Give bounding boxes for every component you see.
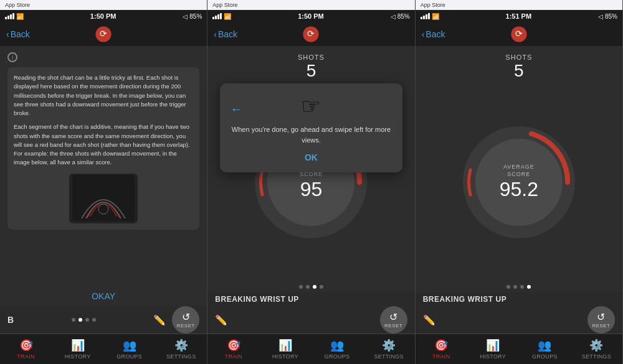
tab-train-2[interactable]: 🎯 TRAIN [207,334,259,364]
dot-3-2 [513,285,517,289]
dot-1-2 [78,318,82,322]
svg-text:⟳: ⟳ [100,29,107,39]
app-store-label-1: App Store [5,2,30,8]
time-3: 1:51 PM [506,12,532,20]
history-icon-2: 📊 [278,338,292,352]
svg-text:⟳: ⟳ [515,29,523,39]
groups-label-3: GROUPS [532,353,558,360]
tab-bar-3: 🎯 TRAIN 📊 HISTORY 👥 GROUPS ⚙️ SETTINGS [416,334,622,364]
tab-bar-1: 🎯 TRAIN 📊 HISTORY 👥 GROUPS ⚙️ SETTINGS [0,334,207,364]
groups-label-2: GROUPS [325,353,350,360]
groups-icon-1: 👥 [123,338,136,352]
back-chevron-2: ‹ [214,29,217,39]
dot-2-1 [299,285,303,289]
tab-settings-3[interactable]: ⚙️ SETTINGS [571,334,622,364]
paragraph-2: Each segment of the chart is additive, m… [14,123,193,167]
bar2 [7,16,9,19]
app-store-bar-3: App Store [416,0,622,10]
app-store-label-2: App Store [212,2,237,8]
content-area-3: SHOTS 5 AVERAGESCORE 95.2 [416,46,622,292]
wifi-icon-3: 📶 [432,13,439,20]
info-circle-1: i [7,52,17,62]
page-dots-3 [416,281,622,292]
bar2-2 [215,16,217,19]
dot-1-4 [92,318,96,322]
back-label-1: Back [11,29,30,39]
okay-button[interactable]: OKAY [0,286,207,306]
dot-3-1 [506,285,510,289]
tab-history-3[interactable]: 📊 HISTORY [467,334,519,364]
edit-icon-1[interactable]: ✏️ [153,314,166,326]
signal-bars-3 [421,13,430,19]
tab-settings-2[interactable]: ⚙️ SETTINGS [363,334,415,364]
bar3-3 [426,14,427,19]
tab-train-1[interactable]: 🎯 TRAIN [0,334,52,364]
history-label-1: HISTORY [65,353,91,360]
dot-2-4 [320,285,323,289]
tab-history-1[interactable]: 📊 HISTORY [52,334,103,364]
location-icon-2: ◁ [391,13,396,20]
wifi-icon-1: 📶 [16,13,24,20]
panel-3: App Store 📶 1:51 PM ◁ 85% ‹ Back ⟳ [416,0,623,364]
nav-bar-3: ‹ Back ⟳ [416,22,622,46]
shots-number-3: 5 [416,61,622,81]
status-bar-2: 📶 1:50 PM ◁ 85% [207,10,414,22]
dot-3-4 [527,285,531,289]
settings-icon-2: ⚙️ [382,338,396,352]
nav-logo-2: ⟳ [302,26,320,43]
back-label-2: Back [218,29,237,39]
tab-groups-3[interactable]: 👥 GROUPS [519,334,571,364]
reset-button-1[interactable]: ↺ RESET [172,306,199,334]
settings-label-2: SETTINGS [374,353,403,360]
bar3-4 [428,13,430,19]
reset-icon-3: ↺ [597,311,605,323]
tooltip-hand-icon: ☞ [230,93,392,119]
arc-svg-3 [463,126,575,238]
train-icon-3: 🎯 [434,338,448,352]
shots-number-2: 5 [207,61,414,81]
shots-header-3: SHOTS 5 [416,46,622,83]
nav-logo-1: ⟳ [95,26,112,43]
dot-1-3 [85,318,89,322]
nav-bar-2: ‹ Back ⟳ [207,22,414,46]
reset-button-2[interactable]: ↺ RESET [380,306,407,334]
dot-2-2 [306,285,310,289]
wifi-icon-2: 📶 [224,13,231,20]
panel-1: App Store 📶 1:50 PM ◁ 85% ‹ Back ⟳ [0,0,207,364]
shots-header-2: SHOTS 5 [207,46,414,83]
reset-button-3[interactable]: ↺ RESET [587,306,615,334]
tab-history-2[interactable]: 📊 HISTORY [259,334,311,364]
history-icon-3: 📊 [486,338,500,352]
tab-train-3[interactable]: 🎯 TRAIN [416,334,467,364]
nav-logo-3: ⟳ [510,26,528,43]
tab-settings-1[interactable]: ⚙️ SETTINGS [155,334,207,364]
shots-label-3: SHOTS [416,54,622,61]
tab-groups-2[interactable]: 👥 GROUPS [311,334,363,364]
tab-groups-1[interactable]: 👥 GROUPS [103,334,155,364]
location-icon-3: ◁ [598,13,603,20]
page-dots-1 [72,315,96,324]
train-label-3: TRAIN [432,353,450,360]
history-label-3: HISTORY [480,353,506,360]
bar1 [5,17,7,19]
dot-1-1 [72,318,75,322]
back-button-3[interactable]: ‹ Back [422,29,445,39]
back-button-2[interactable]: ‹ Back [214,29,237,39]
bottom-label-2: BREAKING WRIST UP [207,292,414,306]
tab-bar-2: 🎯 TRAIN 📊 HISTORY 👥 GROUPS ⚙️ SETTINGS [207,334,414,364]
circle-display-3: AVERAGESCORE 95.2 [416,83,622,281]
history-label-2: HISTORY [272,353,298,360]
edit-icon-2[interactable]: ✏️ [215,314,227,326]
back-chevron-1: ‹ [6,29,9,39]
edit-icon-3[interactable]: ✏️ [423,314,435,326]
tooltip-ok-button[interactable]: OK [230,152,392,162]
bar3-1 [421,17,422,19]
status-right-3: ◁ 85% [598,13,617,20]
text-box-1: Reading the shot chart can be a little t… [7,67,199,230]
nav-bar-1: ‹ Back ⟳ [0,22,207,46]
settings-label-3: SETTINGS [582,353,611,360]
back-button-1[interactable]: ‹ Back [6,29,30,39]
bottom-bar-3: ✏️ ↺ RESET [416,306,622,334]
train-label-1: TRAIN [17,353,35,360]
tooltip-text: When you're done, go ahead and swipe lef… [230,124,392,145]
